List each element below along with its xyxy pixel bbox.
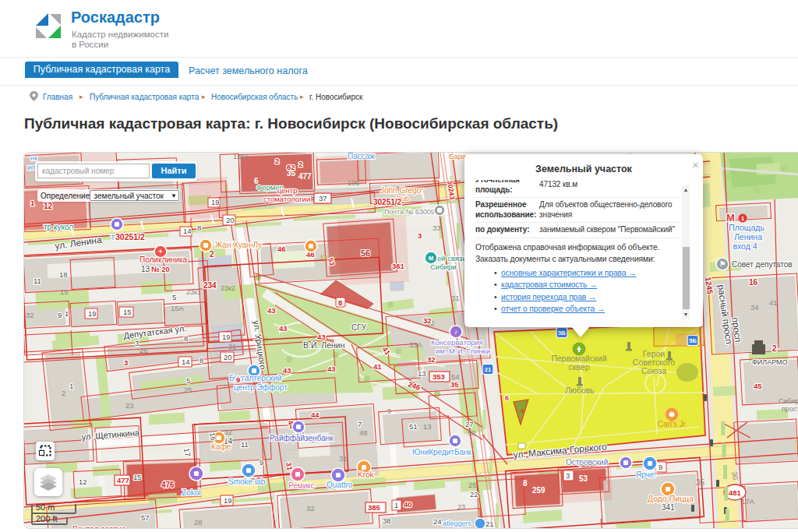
svg-text:20: 20 (226, 216, 235, 224)
svg-text:21: 21 (485, 366, 491, 373)
svg-text:30251/2: 30251/2 (373, 198, 402, 206)
svg-text:8: 8 (197, 224, 201, 232)
svg-text:259: 259 (532, 486, 546, 495)
svg-text:41: 41 (769, 298, 778, 307)
svg-text:3: 3 (135, 339, 139, 347)
svg-text:13: 13 (141, 265, 150, 273)
svg-text:9: 9 (659, 463, 662, 471)
svg-text:♪: ♪ (454, 328, 458, 336)
svg-text:2: 2 (275, 157, 279, 165)
svg-text:просто: просто (782, 405, 798, 413)
svg-text:5В: 5В (558, 329, 566, 336)
svg-text:6: 6 (505, 394, 509, 402)
svg-text:1: 1 (65, 309, 69, 318)
svg-text:361: 361 (392, 262, 405, 270)
svg-text:1: 1 (30, 199, 35, 207)
svg-text:Smoke lab: Smoke lab (228, 477, 266, 486)
svg-text:11: 11 (241, 440, 249, 449)
svg-text:John Gregor: John Gregor (380, 186, 424, 195)
svg-text:13: 13 (418, 369, 426, 378)
svg-text:15: 15 (60, 287, 69, 296)
svg-text:33А: 33А (409, 340, 423, 349)
svg-text:Додо Пицца: Додо Пицца (648, 494, 694, 503)
svg-text:17: 17 (182, 447, 192, 456)
svg-text:Островский: Островский (566, 458, 608, 467)
svg-text:15: 15 (123, 308, 132, 316)
svg-text:ФИЛАРМО: ФИЛАРМО (752, 358, 788, 366)
svg-text:22: 22 (470, 490, 478, 499)
svg-text:51: 51 (409, 422, 418, 431)
svg-text:14: 14 (183, 227, 192, 235)
svg-text:23: 23 (125, 401, 134, 410)
svg-text:2: 2 (62, 389, 65, 397)
svg-text:14: 14 (182, 358, 190, 366)
svg-text:Вентал сервис: Вентал сервис (72, 525, 125, 529)
svg-text:№ 20: № 20 (151, 265, 170, 273)
svg-text:2: 2 (298, 160, 302, 168)
svg-text:477: 477 (117, 476, 129, 484)
svg-text:28: 28 (194, 518, 203, 527)
svg-text:477: 477 (298, 172, 312, 181)
svg-text:Кафе: Кафе (211, 442, 231, 451)
svg-text:17А: 17А (741, 497, 755, 506)
svg-text:31: 31 (451, 294, 460, 302)
svg-text:9: 9 (58, 311, 62, 319)
svg-text:им. М.И. Глинки: им. М.И. Глинки (436, 347, 490, 355)
svg-text:23к2: 23к2 (221, 284, 235, 292)
svg-text:Жан Хуан Лу: Жан Хуан Лу (215, 241, 262, 249)
svg-text:1: 1 (741, 215, 744, 222)
svg-text:35: 35 (696, 478, 705, 487)
svg-text:53: 53 (579, 474, 588, 483)
svg-text:12/2: 12/2 (233, 153, 248, 160)
svg-text:15A: 15A (171, 304, 185, 312)
svg-text:4: 4 (521, 407, 524, 414)
svg-text:44: 44 (311, 410, 320, 419)
svg-text:30: 30 (730, 470, 740, 480)
svg-text:21: 21 (228, 343, 236, 351)
svg-text:46: 46 (277, 245, 286, 253)
svg-text:57: 57 (141, 513, 150, 522)
svg-text:6: 6 (254, 177, 259, 185)
svg-text:Ремикс: Ремикс (288, 481, 315, 490)
svg-text:12: 12 (44, 202, 53, 210)
svg-text:ип: ип (27, 164, 35, 171)
svg-text:43: 43 (283, 366, 291, 375)
svg-text:Любовь: Любовь (565, 386, 595, 395)
svg-text:8: 8 (523, 479, 528, 488)
svg-text:5: 5 (172, 293, 176, 301)
svg-text:30251/2: 30251/2 (115, 232, 145, 241)
svg-text:50: 50 (468, 429, 475, 437)
svg-text:3: 3 (124, 358, 128, 367)
svg-text:Почта № 630099: Почта № 630099 (384, 208, 439, 216)
svg-text:5: 5 (186, 376, 190, 385)
svg-text:16: 16 (208, 432, 217, 441)
svg-text:Союза: Союза (641, 366, 666, 375)
svg-text:5Б: 5Б (689, 337, 697, 344)
svg-text:27: 27 (465, 420, 474, 428)
svg-text:23к1: 23к1 (186, 288, 201, 296)
svg-text:25: 25 (184, 386, 192, 394)
svg-text:8: 8 (338, 298, 342, 307)
svg-text:⚑: ⚑ (719, 260, 726, 268)
svg-text:М: М (726, 212, 735, 224)
svg-text:+: + (158, 248, 162, 255)
svg-text:23: 23 (457, 503, 465, 511)
svg-text:21: 21 (486, 520, 494, 528)
svg-text:43: 43 (279, 324, 288, 333)
svg-text:32: 32 (427, 355, 436, 364)
svg-text:центр: центр (277, 186, 298, 195)
svg-text:Райффайзенбанк: Райффайзенбанк (270, 434, 334, 442)
svg-text:43: 43 (327, 365, 336, 373)
svg-text:12: 12 (79, 477, 87, 486)
svg-text:16: 16 (749, 278, 758, 287)
svg-text:Консерватория: Консерватория (431, 338, 483, 347)
svg-text:37: 37 (319, 194, 327, 203)
svg-text:24: 24 (433, 517, 442, 526)
svg-text:тр кукол: тр кукол (44, 223, 73, 231)
svg-text:В.И. Ленин: В.И. Ленин (303, 340, 345, 350)
svg-text:3: 3 (418, 231, 422, 240)
svg-text:Пассаж: Пассаж (348, 153, 375, 160)
svg-text:Сибирск: Сибирск (779, 397, 798, 405)
svg-text:38: 38 (383, 516, 391, 525)
svg-text:9: 9 (236, 375, 240, 384)
